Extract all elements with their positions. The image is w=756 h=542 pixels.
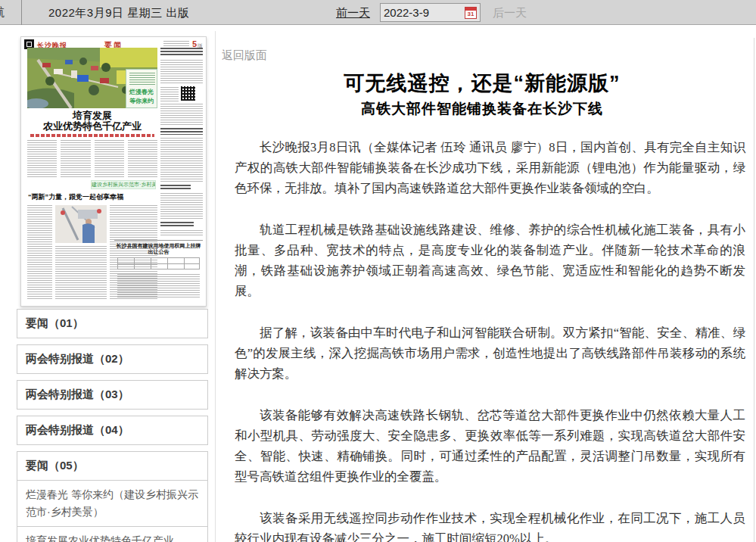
article-body: 长沙晚报3月8日讯（全媒体记者 伍玲 通讯员 廖宁）8日，国内首创、具有完全自主…: [235, 137, 745, 542]
article-link-list: 烂漫春光 等你来约（建设乡村振兴示范市·乡村美景） 培育发展农业优势特色千亿产业: [17, 481, 208, 542]
thumb-notice-table: [117, 257, 200, 269]
text-column: [61, 140, 90, 178]
thumb-text-block: [117, 274, 200, 298]
content-right-border: [754, 38, 754, 542]
next-day-link-disabled[interactable]: 后一天: [493, 6, 527, 20]
text-column: [27, 140, 57, 178]
thumb-text-block: [160, 193, 203, 219]
thumb-text-block: [55, 246, 107, 301]
thumb-text-block: [27, 205, 52, 301]
sidebar-item-lianghui-03[interactable]: 两会特别报道（03）: [17, 380, 208, 410]
calendar-icon[interactable]: 31: [465, 7, 477, 19]
thumb-text-block: [160, 87, 179, 101]
qr-code-icon: [181, 86, 195, 101]
thumb-text-block: [160, 104, 203, 125]
article-link-lanman-chunguang[interactable]: 烂漫春光 等你来约（建设乡村振兴示范市·乡村美景）: [17, 481, 208, 527]
thumb-text-block: [160, 230, 203, 237]
thumb-notice-title: 长沙县国有建设用地使用权网上挂牌出让公告: [116, 243, 201, 255]
thumb-land-notice-block: 长沙县国有建设用地使用权网上挂牌出让公告: [114, 240, 203, 301]
previous-day-link[interactable]: 前一天: [336, 6, 370, 20]
text-column: [128, 140, 157, 178]
headline-line1: 培育发展: [73, 110, 112, 121]
newspaper-page-thumbnail[interactable]: 长沙晚报 要闻 5 版: [20, 36, 207, 307]
thumb-right-headline: [160, 222, 194, 227]
back-to-page-link[interactable]: 返回版面: [222, 48, 267, 63]
article-paragraph: 长沙晚报3月8日讯（全媒体记者 伍玲 通讯员 廖宁）8日，国内首创、具有完全自主…: [235, 137, 745, 198]
article-title: 可无线遥控，还是“新能源版”: [219, 70, 745, 97]
article-paragraph: 轨道工程机械是铁路基础设施线路建设、维修、养护的综合性机械化施工装备，具有小批量…: [235, 220, 745, 301]
sidebar-item-lianghui-04[interactable]: 两会特别报道（04）: [17, 416, 208, 445]
article-paragraph: 该装备能够有效解决高速铁路长钢轨、岔芯等道岔大部件更换作业中仍然依赖大量人工和小…: [235, 405, 745, 487]
nav-item-partial: 航: [0, 5, 5, 20]
top-toolbar: 航 2022年3月9日 星期三 出版 前一天 31 后一天: [0, 0, 756, 25]
toolbar-divider: [21, 0, 22, 25]
thumb-photo-inset-note: 烂漫春光 等你来约: [126, 69, 157, 108]
date-picker-field[interactable]: 31: [380, 3, 481, 22]
thumb-worker-photo: [55, 205, 107, 243]
sidebar-item-lianghui-02[interactable]: 两会特别报道（02）: [17, 344, 208, 374]
article-link-peiyu-fazhan[interactable]: 培育发展农业优势特色千亿产业: [17, 527, 208, 542]
thumb-red-subhead: [30, 134, 154, 137]
article-paragraph: 据了解，该装备由中车时代电子和山河智能联合研制。双方紧扣“智能、安全、精准、绿色…: [235, 322, 745, 384]
thumb-right-headline: [160, 128, 203, 135]
thumb-village-aerial-photo: 烂漫春光 等你来约: [27, 48, 157, 108]
calendar-icon-day: 31: [465, 11, 476, 18]
thumb-secondary-headline: “两新”力量，跟党一起创享幸福: [28, 192, 158, 202]
text-column: [95, 140, 124, 178]
article-subtitle: 高铁大部件智能铺换装备在长沙下线: [219, 99, 745, 119]
sidebar-main-divider: [215, 31, 216, 542]
thumb-right-headline: [160, 48, 203, 55]
thumb-right-headline: [160, 185, 191, 190]
headline-line2: 农业优势特色千亿产业: [43, 120, 142, 132]
section-nav-list: 要闻（01） 两会特别报道（02） 两会特别报道（03） 两会特别报道（04） …: [17, 309, 208, 542]
note-title-line2: 等你来约: [126, 97, 157, 105]
thumb-main-headline: 培育发展 农业优势特色千亿产业: [27, 111, 157, 132]
thumb-green-banner: 建设乡村振兴示范市·乡村美景: [91, 180, 156, 189]
thumb-text-block: [160, 138, 203, 182]
sidebar-item-yaowen-01[interactable]: 要闻（01）: [17, 309, 208, 338]
worker-photo-illustration: [55, 205, 107, 243]
note-title-line1: 烂漫春光: [126, 88, 157, 96]
sidebar-item-yaowen-05[interactable]: 要闻（05）: [17, 451, 208, 481]
note-text-lines: [129, 73, 155, 86]
date-input[interactable]: [384, 6, 465, 19]
thumb-page-meta-lines: [163, 41, 189, 47]
article-paragraph: 该装备采用无线遥控同步动作作业技术，实现全程机械化作业，在同工况下，施工人员较行…: [235, 508, 745, 542]
publication-date-label: 2022年3月9日 星期三 出版: [48, 6, 189, 20]
thumb-text-block: [160, 60, 203, 85]
thumb-text-columns: [27, 140, 157, 178]
